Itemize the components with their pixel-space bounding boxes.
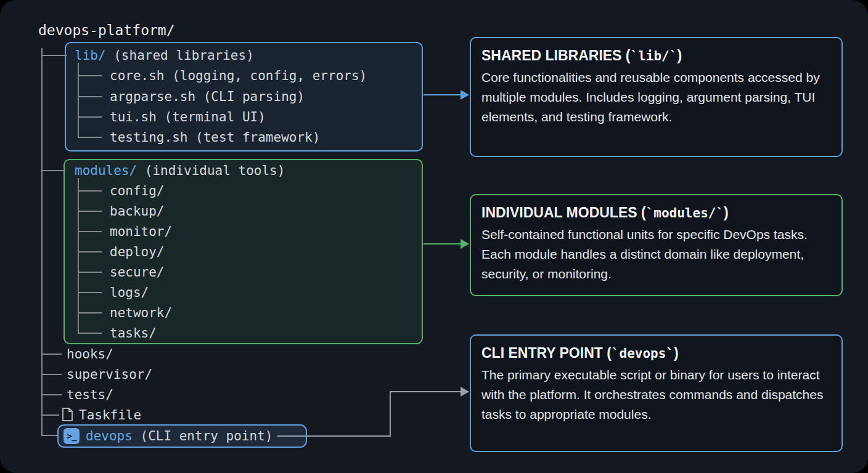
diagram-canvas: devops-platform/ lib/ (shared libraries)… (0, 0, 868, 473)
tree-item: logs/ (110, 283, 149, 302)
callout-title: INDIVIDUAL MODULES (`modules/`) (481, 203, 831, 222)
tree-connector (78, 231, 102, 232)
modules-arrow-line (424, 243, 462, 245)
tree-item: argparse.sh (CLI parsing) (110, 87, 305, 107)
tree-connector (78, 190, 102, 192)
tree-item: tasks/ (110, 323, 157, 343)
devops-name-label: devops (CLI entry point) (86, 429, 272, 443)
tree-branch-line (42, 414, 59, 416)
tree-item-modules: modules/ (individual tools) (75, 161, 285, 180)
terminal-icon: >_ (63, 428, 80, 444)
tree-connector (78, 96, 102, 97)
tree-connector (78, 116, 102, 118)
modules-arrow-head-icon (461, 239, 469, 249)
tree-item: core.sh (logging, config, errors) (110, 66, 367, 86)
devops-connector-line (390, 391, 462, 392)
tree-connector (78, 272, 102, 273)
tree-item: monitor/ (110, 222, 172, 241)
tree-connector (78, 178, 79, 334)
callout-individual-modules: INDIVIDUAL MODULES (`modules/`) Self-con… (470, 194, 843, 296)
tree-item: deploy/ (110, 242, 165, 262)
tree-item: secure/ (110, 262, 165, 282)
modules-dir-name: modules/ (75, 163, 137, 178)
lib-dir-name: lib/ (75, 48, 106, 63)
callout-shared-libraries: SHARED LIBRARIES (`lib/`) Core functiona… (470, 37, 843, 157)
tree-branch-line (42, 55, 67, 56)
tree-connector (78, 251, 102, 253)
tree-branch-line (42, 354, 62, 355)
callout-cli-entry-point: CLI ENTRY POINT (`devops`) The primary e… (470, 334, 843, 452)
lib-arrow-head-icon (461, 90, 469, 100)
callout-body: The primary executable script or binary … (481, 365, 831, 424)
tree-item-hooks: hooks/ (67, 344, 113, 364)
modules-dir-desc: (individual tools) (137, 163, 285, 178)
tree-branch-line (42, 435, 58, 436)
tree-item-tests: tests/ (67, 385, 113, 405)
devops-connector-line (390, 392, 391, 437)
tree-branch-line (42, 374, 62, 375)
tree-item: tui.sh (terminal UI) (110, 107, 266, 127)
tree-connector (78, 63, 79, 138)
tree-branch-line (42, 394, 62, 395)
tree-item-supervisor: supervisor/ (67, 365, 152, 384)
tree-item: backup/ (110, 201, 165, 221)
tree-connector (78, 75, 102, 76)
file-icon (62, 408, 73, 422)
lib-arrow-line (424, 94, 462, 95)
devops-node-pill[interactable]: >_ devops (CLI entry point) (57, 424, 307, 448)
callout-body: Self-contained functional units for spec… (481, 225, 831, 284)
tree-branch-line (42, 170, 65, 171)
tree-item: testing.sh (test framework) (110, 127, 320, 147)
callout-body: Core functionalities and reusable compon… (481, 68, 831, 127)
tree-item-taskfile: Taskfile (79, 405, 141, 425)
tree-trunk-line (41, 48, 43, 436)
lib-dir-desc: (shared libraries) (106, 48, 254, 63)
tree-connector (78, 211, 102, 212)
tree-connector (78, 137, 102, 138)
callout-title: SHARED LIBRARIES (`lib/`) (481, 46, 831, 65)
root-folder-label: devops-platform/ (38, 20, 175, 40)
tree-connector (78, 292, 102, 293)
tree-item-lib: lib/ (shared libraries) (75, 46, 254, 65)
tree-connector (78, 312, 102, 313)
tree-item: config/ (110, 181, 165, 201)
tree-item: network/ (110, 303, 172, 323)
callout-title: CLI ENTRY POINT (`devops`) (481, 344, 831, 363)
tree-connector (78, 333, 102, 334)
